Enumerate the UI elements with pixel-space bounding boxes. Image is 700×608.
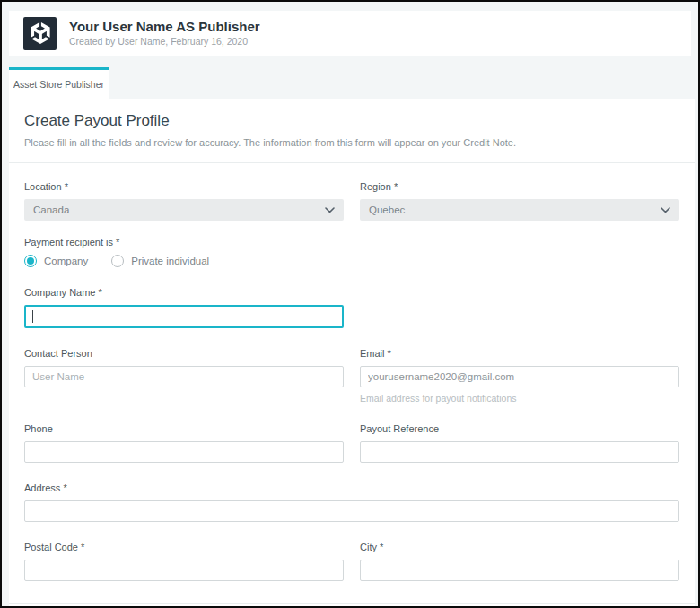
page-intro: Create Payout Profile Please fill in all… <box>9 99 695 163</box>
unity-logo <box>23 17 57 50</box>
row-location-region: Location * Canada Region * Quebec <box>24 181 679 221</box>
email-label: Email * <box>360 348 679 359</box>
tab-asset-store-publisher[interactable]: Asset Store Publisher <box>9 67 109 99</box>
region-label: Region * <box>360 181 679 192</box>
email-input[interactable] <box>360 366 679 387</box>
chevron-down-icon <box>661 207 670 213</box>
radio-button-icon <box>24 255 37 267</box>
tab-label: Asset Store Publisher <box>13 79 104 90</box>
row-postal-city: Postal Code * City * <box>24 542 679 581</box>
contact-person-input[interactable] <box>24 366 344 387</box>
field-payment-recipient: Payment recipient is * Company Private i… <box>24 237 679 267</box>
company-name-label: Company Name * <box>24 287 344 298</box>
row-company-name: Company Name * <box>24 287 679 328</box>
unity-icon <box>30 22 51 44</box>
location-value: Canada <box>33 204 69 215</box>
app-window: Your User Name AS Publisher Created by U… <box>0 0 700 608</box>
location-select[interactable]: Canada <box>24 199 344 221</box>
field-company-name: Company Name * <box>24 287 344 328</box>
page-title: Create Payout Profile <box>24 111 679 131</box>
company-name-input[interactable] <box>24 305 344 328</box>
publisher-title: Your User Name AS Publisher <box>69 19 260 35</box>
tab-bar: Asset Store Publisher <box>9 67 691 99</box>
payment-recipient-radio-group: Company Private individual <box>24 255 679 267</box>
radio-button-icon <box>111 255 124 267</box>
field-address: Address * <box>24 482 679 522</box>
address-input[interactable] <box>24 500 679 522</box>
field-contact-person: Contact Person <box>24 348 344 404</box>
field-city: City * <box>360 542 679 581</box>
payout-profile-card: Create Payout Profile Please fill in all… <box>9 99 695 608</box>
text-cursor <box>32 310 33 323</box>
field-region: Region * Quebec <box>360 181 679 221</box>
chevron-down-icon <box>325 207 335 213</box>
publisher-subtitle: Created by User Name, February 16, 2020 <box>69 35 260 48</box>
payout-form: Location * Canada Region * Quebec <box>9 163 695 603</box>
field-payout-reference: Payout Reference <box>360 423 679 463</box>
city-label: City * <box>360 542 679 552</box>
radio-company[interactable]: Company <box>24 255 88 267</box>
contact-person-label: Contact Person <box>24 348 344 359</box>
payout-reference-label: Payout Reference <box>360 423 679 434</box>
row-contact-email: Contact Person Email * Email address for… <box>24 348 679 404</box>
postal-code-input[interactable] <box>24 560 344 581</box>
field-postal-code: Postal Code * <box>24 542 344 581</box>
form-actions: Create Cancel <box>9 603 695 608</box>
phone-input[interactable] <box>24 441 344 463</box>
publisher-header-text: Your User Name AS Publisher Created by U… <box>69 19 260 48</box>
phone-label: Phone <box>24 423 344 434</box>
field-location: Location * Canada <box>24 181 344 221</box>
payout-reference-input[interactable] <box>360 441 679 463</box>
radio-private-individual-label: Private individual <box>131 256 209 266</box>
publisher-header: Your User Name AS Publisher Created by U… <box>9 11 691 56</box>
region-select[interactable]: Quebec <box>360 199 679 221</box>
location-label: Location * <box>24 181 344 192</box>
postal-code-label: Postal Code * <box>24 542 344 552</box>
email-helper-text: Email address for payout notifications <box>360 393 679 404</box>
city-input[interactable] <box>360 560 679 581</box>
field-email: Email * Email address for payout notific… <box>360 348 679 404</box>
payment-recipient-label: Payment recipient is * <box>24 237 679 248</box>
page-description: Please fill in all the fields and review… <box>24 136 679 149</box>
row-phone-reference: Phone Payout Reference <box>24 423 679 463</box>
radio-private-individual[interactable]: Private individual <box>111 255 209 267</box>
field-phone: Phone <box>24 423 344 463</box>
address-label: Address * <box>24 482 679 493</box>
radio-company-label: Company <box>44 256 88 266</box>
region-value: Quebec <box>369 204 405 215</box>
